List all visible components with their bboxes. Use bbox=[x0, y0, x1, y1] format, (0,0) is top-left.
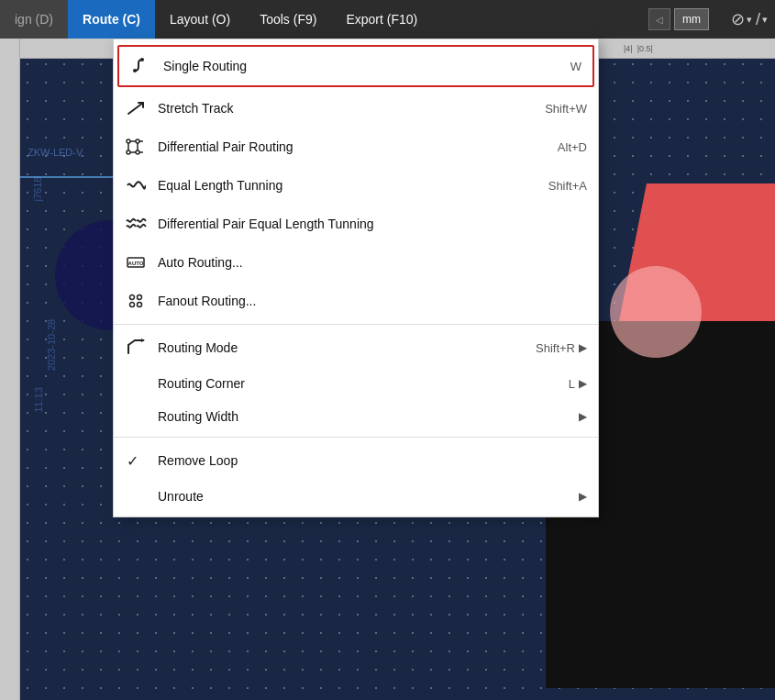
menu-item-layout[interactable]: Layout (O) bbox=[155, 0, 245, 39]
unroute-arrow: ▶ bbox=[579, 490, 587, 503]
line-icon: / bbox=[756, 10, 760, 29]
line-tool[interactable]: / ▾ bbox=[756, 10, 768, 29]
routing-mode-icon bbox=[123, 335, 149, 361]
svg-point-6 bbox=[127, 150, 130, 154]
menu-item-remove-loop[interactable]: ✓ Remove Loop bbox=[114, 441, 598, 480]
diff-equal-icon bbox=[123, 211, 149, 237]
auto-routing-label: Auto Routing... bbox=[158, 255, 580, 270]
equal-length-label: Equal Length Tunning bbox=[158, 178, 541, 193]
stretch-track-shortcut: Shift+W bbox=[545, 102, 587, 116]
svg-point-19 bbox=[130, 303, 135, 307]
ruler-left bbox=[0, 39, 20, 700]
line-chevron[interactable]: ▾ bbox=[762, 14, 768, 26]
svg-text:AUTO: AUTO bbox=[128, 261, 144, 266]
diff-pair-routing-label: Differential Pair Routing bbox=[158, 139, 550, 154]
menu-item-routing-width[interactable]: Routing Width ▶ bbox=[114, 400, 598, 433]
routing-mode-shortcut: Shift+R bbox=[536, 341, 575, 355]
pcb-pink-circle bbox=[610, 266, 702, 358]
menu-item-routing-corner[interactable]: Routing Corner L ▶ bbox=[114, 367, 598, 400]
menu-item-unroute[interactable]: Unroute ▶ bbox=[114, 480, 598, 513]
fanout-routing-label: Fanout Routing... bbox=[158, 294, 580, 308]
project-name-label: ZKW-LED-V bbox=[28, 147, 83, 158]
pcb-label: j7618 bbox=[32, 177, 43, 202]
toolbar-back-btn[interactable]: ◁ bbox=[648, 8, 670, 30]
svg-point-8 bbox=[136, 150, 139, 154]
fanout-routing-icon bbox=[123, 288, 149, 314]
routing-mode-label: Routing Mode bbox=[158, 340, 528, 355]
routing-width-arrow: ▶ bbox=[579, 410, 587, 423]
routing-mode-arrow: ▶ bbox=[579, 341, 587, 354]
remove-loop-check: ✓ bbox=[123, 452, 141, 470]
prohibit-icon: ⊘ bbox=[731, 9, 745, 29]
routing-corner-label: Routing Corner bbox=[158, 376, 561, 391]
remove-loop-label: Remove Loop bbox=[158, 453, 580, 468]
routing-corner-arrow: ▶ bbox=[579, 377, 587, 390]
menu-item-diff-pair-routing[interactable]: Differential Pair Routing Alt+D bbox=[114, 128, 598, 166]
single-route-icon bbox=[128, 53, 154, 79]
menu-item-single-routing[interactable]: Single Routing W bbox=[117, 45, 594, 87]
diff-equal-label: Differential Pair Equal Length Tunning bbox=[158, 217, 580, 231]
diff-pair-icon bbox=[123, 134, 149, 160]
menubar: ign (D) Route (C) Layout (O) Tools (F9) … bbox=[0, 0, 775, 39]
diff-pair-routing-shortcut: Alt+D bbox=[558, 140, 587, 154]
routing-width-label: Routing Width bbox=[158, 409, 575, 424]
svg-point-0 bbox=[140, 58, 144, 61]
routing-corner-shortcut: L bbox=[569, 377, 575, 391]
menu-item-export[interactable]: Export (F10) bbox=[331, 0, 432, 39]
menu-section-routing-options: Routing Mode Shift+R ▶ Routing Corner L … bbox=[114, 324, 598, 437]
svg-point-5 bbox=[127, 139, 130, 143]
equal-length-shortcut: Shift+A bbox=[548, 179, 587, 193]
auto-routing-icon: AUTO bbox=[123, 250, 149, 275]
svg-point-17 bbox=[130, 295, 135, 300]
pcb-label: 11:13 bbox=[33, 387, 44, 413]
remove-loop-icon bbox=[149, 448, 158, 473]
svg-point-7 bbox=[136, 139, 139, 143]
svg-point-20 bbox=[138, 303, 142, 307]
svg-line-2 bbox=[128, 103, 143, 114]
svg-point-18 bbox=[138, 295, 142, 300]
unroute-label: Unroute bbox=[158, 489, 575, 504]
menu-section-loop: ✓ Remove Loop Unroute ▶ bbox=[114, 437, 598, 517]
svg-point-1 bbox=[133, 69, 137, 72]
menu-item-stretch-track[interactable]: Stretch Track Shift+W bbox=[114, 89, 598, 128]
ruler-mark-right: |4| |0.5| bbox=[624, 44, 653, 53]
single-routing-shortcut: W bbox=[570, 60, 581, 73]
stretch-track-label: Stretch Track bbox=[158, 101, 537, 116]
stretch-track-icon bbox=[123, 95, 149, 121]
menu-item-routing-mode[interactable]: Routing Mode Shift+R ▶ bbox=[114, 328, 598, 367]
menu-item-tools[interactable]: Tools (F9) bbox=[245, 0, 331, 39]
menu-section-routing-tools: Single Routing W Stretch Track Shift+W bbox=[114, 39, 598, 324]
prohibit-chevron[interactable]: ▾ bbox=[747, 14, 752, 26]
menu-item-diff-equal-length[interactable]: Differential Pair Equal Length Tunning bbox=[114, 205, 598, 243]
menu-item-auto-routing[interactable]: AUTO Auto Routing... bbox=[114, 243, 598, 282]
menu-item-route[interactable]: Route (C) bbox=[68, 0, 155, 39]
pcb-label: 2023-10-28 bbox=[46, 319, 57, 371]
unit-select[interactable]: mm bbox=[674, 8, 709, 30]
route-dropdown-menu: Single Routing W Stretch Track Shift+W bbox=[113, 39, 599, 517]
svg-marker-21 bbox=[141, 339, 145, 342]
equal-length-icon bbox=[123, 172, 149, 198]
prohibit-tool[interactable]: ⊘ ▾ bbox=[731, 9, 752, 29]
single-routing-label: Single Routing bbox=[163, 59, 563, 73]
menu-item-fanout-routing[interactable]: Fanout Routing... bbox=[114, 282, 598, 320]
menu-item-equal-length[interactable]: Equal Length Tunning Shift+A bbox=[114, 166, 598, 205]
menu-item-design[interactable]: ign (D) bbox=[0, 0, 68, 39]
